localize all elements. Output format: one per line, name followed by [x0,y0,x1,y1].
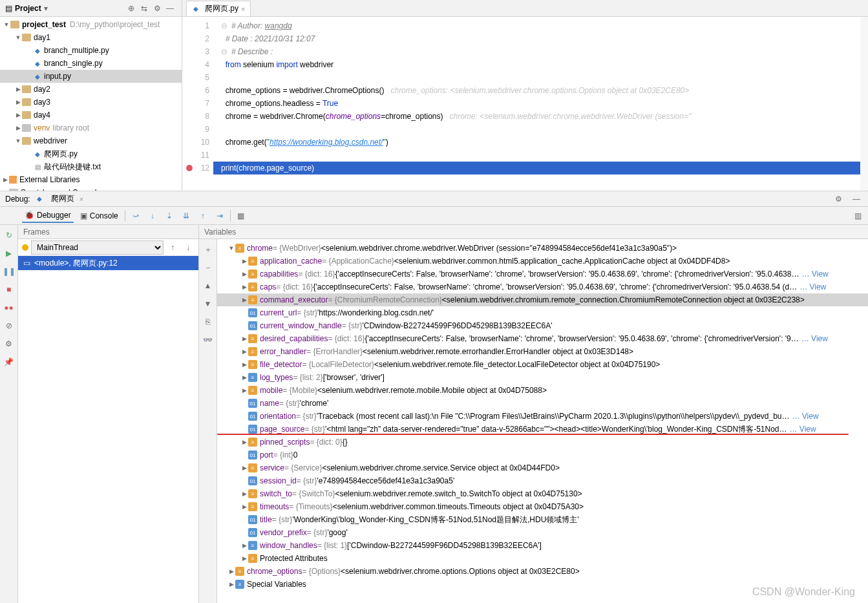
var-row[interactable]: ▶≡desired_capabilities = {dict: 16} {'ac… [217,332,868,345]
tree-item[interactable]: ▶venvlibrary root [0,122,182,134]
tree-item[interactable]: ▶day2 [0,83,182,96]
external-libraries[interactable]: ▶ External Libraries [0,173,182,186]
tree-item[interactable]: ▼webdriver [0,134,182,147]
tree-item[interactable]: ▶day4 [0,109,182,122]
tab-console[interactable]: ▣Console [78,209,121,223]
var-row[interactable]: ▶≡switch_to = {SwitchTo} <selenium.webdr… [217,487,868,500]
copy-icon[interactable]: ⎘ [202,315,215,328]
var-row[interactable]: ▶≡file_detector = {LocalFileDetector} <s… [217,358,868,371]
tree-item[interactable]: ▼day1 [0,31,182,44]
tab-debugger[interactable]: 🐞Debugger [22,209,74,223]
scratch-icon [9,189,18,191]
frame-icon: ▭ [23,259,30,268]
debug-header: Debug: ◆ 爬网页 × ⚙ — [0,191,868,207]
var-row[interactable]: 01vendor_prefix = {str} 'goog' [217,526,868,539]
frames-title: Frames [18,225,198,239]
pause-icon[interactable]: ❚❚ [3,265,16,278]
mute-bp-icon[interactable]: ⊘ [3,319,16,332]
tree-item[interactable]: ◆爬网页.py [0,147,182,160]
step-out-icon[interactable]: ↑ [196,209,209,222]
expand-icon[interactable]: ⇆ [138,2,151,15]
variables-tree[interactable]: ▼≡chrome = {WebDriver} <selenium.webdriv… [217,239,868,603]
var-row[interactable]: 01page_source = {str} '<html lang="zh" d… [217,423,868,436]
var-row[interactable]: ▶≡capabilities = {dict: 16} {'acceptInse… [217,268,868,280]
var-row[interactable]: ▶≡chrome_options = {Options} <selenium.w… [217,565,868,578]
tree-root[interactable]: ▼ project_test D:\my_python\project_test [0,18,182,31]
project-tool-window: ▤ Project ▾ ⊕ ⇆ ⚙ — ▼ project_test D:\my… [0,0,182,191]
tree-item[interactable]: ◆branch_multiple.py [0,44,182,57]
run-config-name: 爬网页 [51,193,74,204]
hide-icon[interactable]: — [850,193,863,206]
var-row[interactable]: ▶≡window_handles = {list: 1} ['CDwindow-… [217,539,868,552]
hide-icon[interactable]: — [164,2,176,15]
tree-item[interactable]: ◆branch_single.py [0,57,182,70]
run-to-cursor-icon[interactable]: ⇥ [213,209,226,222]
force-step-icon[interactable]: ⇊ [180,209,193,222]
step-into-my-icon[interactable]: ⇣ [163,209,176,222]
tree-item[interactable]: ▶day3 [0,96,182,109]
watches-icon[interactable]: 👓 [202,333,215,346]
var-row[interactable]: ▶≡command_executor = {ChromiumRemoteConn… [217,293,868,306]
layout-icon[interactable]: ▥ [851,209,864,222]
var-row[interactable]: ▶≡Special Variables [217,578,868,591]
code-content[interactable]: ⊖# Author: wangdq # Date : 2021/10/31 12… [213,17,868,191]
add-watch-icon[interactable]: ＋ [202,243,215,256]
vars-toolbar: ＋ － ▲ ▼ ⎘ 👓 [199,239,217,603]
thread-select[interactable]: MainThread [31,240,164,255]
debug-side-toolbar: ↻ ▶ ❚❚ ■ ●● ⊘ ⚙ 📌 [0,225,18,603]
tree-item[interactable]: ◆input.py [0,70,182,83]
settings-icon[interactable]: ⚙ [3,337,16,350]
scratches[interactable]: Scratches and Consoles [0,186,182,191]
remove-watch-icon[interactable]: － [202,261,215,274]
project-tree[interactable]: ▼ project_test D:\my_python\project_test… [0,17,182,191]
python-icon: ◆ [192,5,200,13]
frame-item[interactable]: ▭ <module>, 爬网页.py:12 [18,256,198,270]
var-row[interactable]: ▶≡application_cache = {ApplicationCache}… [217,255,868,268]
project-icon: ▤ [5,4,12,13]
step-into-icon[interactable]: ↓ [146,209,159,222]
up-icon[interactable]: ▲ [202,279,215,292]
var-row[interactable]: 01title = {str} 'WonderKing\'blog_Wonder… [217,513,868,526]
var-row[interactable]: ▶≡pinned_scripts = {dict: 0} {} [217,436,868,449]
library-icon [9,176,17,184]
frame-label: <module>, 爬网页.py:12 [34,258,118,269]
var-row[interactable]: 01session_id = {str} 'e748994584ecce56de… [217,474,868,487]
prev-frame-icon[interactable]: ↑ [166,241,179,254]
breakpoints-icon[interactable]: ●● [3,301,16,314]
scrollbar[interactable] [860,17,868,191]
tree-item[interactable]: ▤敲代码快捷键.txt [0,160,182,173]
evaluate-icon[interactable]: ▦ [235,209,248,222]
gear-icon[interactable]: ⚙ [832,193,845,206]
var-row[interactable]: 01orientation = {str} 'Traceback (most r… [217,410,868,423]
variables-panel: Variables ＋ － ▲ ▼ ⎘ 👓 ▼≡chrome = {WebDri… [199,225,868,603]
var-row[interactable]: 01port = {int} 0 [217,449,868,461]
var-row[interactable]: ▶≡service = {Service} <selenium.webdrive… [217,461,868,474]
rerun-icon[interactable]: ↻ [3,229,16,242]
stop-icon[interactable]: ■ [3,283,16,296]
var-row[interactable]: ▶≡timeouts = {Timeouts} <selenium.webdri… [217,500,868,513]
locate-icon[interactable]: ⊕ [125,2,138,15]
step-over-icon[interactable]: ⤻ [129,209,142,222]
close-icon[interactable]: × [241,5,245,13]
var-row[interactable]: 01current_url = {str} 'https://wonderkin… [217,306,868,319]
gear-icon[interactable]: ⚙ [151,2,164,15]
var-row[interactable]: ▶≡Protected Attributes [217,552,868,565]
var-row[interactable]: ▶≡mobile = {Mobile} <selenium.webdriver.… [217,384,868,397]
thread-status-icon [22,244,28,251]
code-editor[interactable]: 123456789101112 ⊖# Author: wangdq # Date… [182,17,868,191]
resume-icon[interactable]: ▶ [3,247,16,260]
var-row[interactable]: ▶≡error_handler = {ErrorHandler} <seleni… [217,345,868,358]
close-icon[interactable]: × [79,195,83,203]
var-row[interactable]: ▼≡chrome = {WebDriver} <selenium.webdriv… [217,242,868,255]
editor-tab[interactable]: ◆ 爬网页.py × [186,1,251,16]
var-row[interactable]: ▶≡log_types = {list: 2} ['browser', 'dri… [217,371,868,384]
var-row[interactable]: ▶≡caps = {dict: 16} {'acceptInsecureCert… [217,280,868,293]
var-row[interactable]: 01current_window_handle = {str} 'CDwindo… [217,319,868,332]
next-frame-icon[interactable]: ↓ [182,241,195,254]
gutter[interactable]: 123456789101112 [182,17,213,191]
pin-icon[interactable]: 📌 [3,355,16,368]
var-row[interactable]: 01name = {str} 'chrome' [217,397,868,410]
down-icon[interactable]: ▼ [202,297,215,310]
editor-tab-bar: ◆ 爬网页.py × [182,0,868,17]
dropdown-icon[interactable]: ▾ [44,4,48,13]
